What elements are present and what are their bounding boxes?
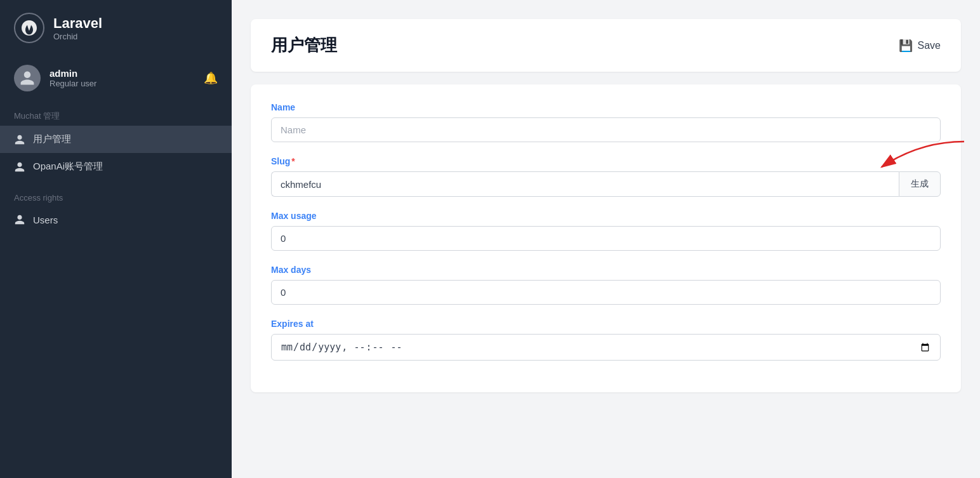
save-button[interactable]: 💾 Save bbox=[899, 39, 941, 53]
expires-at-field-group: Expires at bbox=[271, 319, 941, 361]
user-name: admin bbox=[50, 68, 195, 79]
sidebar: Laravel Orchid admin Regular user 🔔 Much… bbox=[0, 0, 232, 478]
max-days-field-group: Max days bbox=[271, 265, 941, 305]
sidebar-item-users-label: Users bbox=[33, 215, 58, 225]
max-usage-label: Max usage bbox=[271, 211, 941, 221]
form-card: Name Slug* 生成 Max usage Max days Expires… bbox=[251, 84, 961, 392]
max-days-label: Max days bbox=[271, 265, 941, 275]
generate-button[interactable]: 生成 bbox=[899, 171, 941, 197]
sidebar-item-user-management[interactable]: 用户管理 bbox=[0, 126, 232, 153]
logo-sub: Orchid bbox=[53, 32, 102, 41]
slug-row: 生成 bbox=[271, 171, 941, 197]
page-header-card: 用户管理 💾 Save bbox=[251, 19, 961, 72]
slug-label: Slug* bbox=[271, 156, 941, 166]
page-title: 用户管理 bbox=[271, 34, 337, 56]
max-usage-field-group: Max usage bbox=[271, 211, 941, 251]
expires-at-input[interactable] bbox=[271, 334, 941, 361]
name-input[interactable] bbox=[271, 117, 941, 142]
user-role: Regular user bbox=[50, 79, 195, 88]
page-header: 用户管理 💾 Save bbox=[271, 34, 941, 56]
slug-field-group: Slug* 生成 bbox=[271, 156, 941, 197]
max-days-input[interactable] bbox=[271, 280, 941, 305]
name-field-group: Name bbox=[271, 102, 941, 142]
name-label: Name bbox=[271, 102, 941, 112]
save-icon: 💾 bbox=[899, 39, 913, 53]
sidebar-item-openai-management[interactable]: OpanAi账号管理 bbox=[0, 153, 232, 180]
avatar bbox=[14, 65, 41, 91]
max-usage-input[interactable] bbox=[271, 226, 941, 251]
save-label: Save bbox=[918, 40, 941, 51]
logo-text: Laravel Orchid bbox=[53, 15, 102, 41]
user-section: admin Regular user 🔔 bbox=[0, 56, 232, 100]
user-info: admin Regular user bbox=[50, 68, 195, 88]
logo-icon bbox=[14, 13, 44, 43]
slug-input[interactable] bbox=[271, 171, 899, 197]
bell-icon[interactable]: 🔔 bbox=[204, 71, 218, 85]
section-label-muchat: Muchat 管理 bbox=[0, 100, 232, 126]
logo-name: Laravel bbox=[53, 15, 102, 32]
main-content: 用户管理 💾 Save Name Slug* bbox=[232, 0, 980, 478]
access-rights-label: Access rights bbox=[0, 180, 232, 206]
sidebar-item-users[interactable]: Users bbox=[0, 206, 232, 233]
sidebar-item-openai-management-label: OpanAi账号管理 bbox=[33, 161, 103, 173]
sidebar-header: Laravel Orchid bbox=[0, 0, 232, 56]
expires-at-label: Expires at bbox=[271, 319, 941, 329]
sidebar-item-user-management-label: 用户管理 bbox=[33, 133, 71, 145]
